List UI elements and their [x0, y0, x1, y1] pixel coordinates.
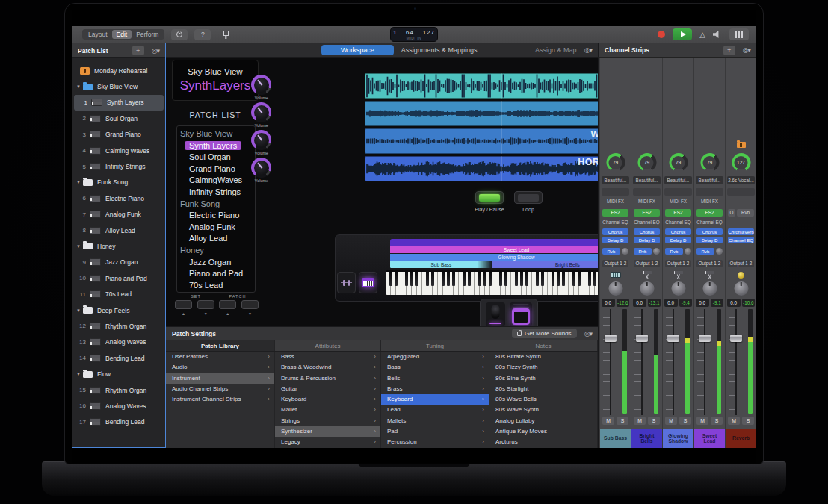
library-item[interactable]: Pad› [381, 426, 489, 437]
add-channel-strip-button[interactable]: + [723, 46, 735, 55]
patch-row[interactable]: 15Rhythm Organ [72, 382, 165, 398]
black-key[interactable] [468, 272, 471, 286]
screen-list-item[interactable]: Synth Layers [177, 140, 255, 152]
patch-down-button[interactable] [241, 300, 259, 309]
patch-row[interactable]: 7Analog Funk [72, 207, 165, 223]
screen-list-item[interactable]: Soul Organ [177, 152, 255, 164]
audio-fx-slot[interactable]: Chorus [696, 228, 723, 235]
send-slot[interactable]: Rvb [696, 248, 714, 255]
screen-list-item[interactable]: Infinity Strings [177, 187, 255, 199]
get-more-sounds-button[interactable]: Get More Sounds [512, 329, 577, 338]
black-key[interactable] [541, 272, 544, 286]
black-key[interactable] [520, 272, 523, 286]
channel-name-plate[interactable]: Bright Bells [631, 429, 662, 448]
instrument-slot[interactable]: ES2 [665, 209, 691, 217]
library-item[interactable]: Bass› [381, 362, 489, 373]
set-down-button[interactable] [197, 300, 214, 309]
send-knob[interactable] [622, 248, 628, 255]
patch-list-gear-menu[interactable]: ◎▾ [152, 47, 159, 55]
screen-list-item[interactable]: Sky Blue View [177, 128, 255, 140]
volume-knob[interactable] [251, 75, 271, 95]
library-item[interactable]: Audio› [166, 362, 274, 373]
set-row[interactable]: ▼Honey [72, 238, 165, 254]
setting-name[interactable]: Beautiful... [633, 176, 661, 184]
strip-level-knob[interactable]: 79 [637, 153, 656, 172]
patch-row[interactable]: 4Calming Waves [72, 143, 165, 158]
mode-edit[interactable]: Edit [112, 30, 132, 39]
black-key[interactable] [578, 272, 581, 286]
mute-button[interactable]: M [665, 417, 677, 425]
set-row[interactable]: ▼Deep Feels [72, 302, 165, 318]
black-key[interactable] [499, 272, 502, 286]
strip-level-knob[interactable]: 79 [700, 153, 719, 172]
output-slot[interactable]: Output 1-2 [665, 260, 691, 267]
library-item[interactable]: Keyboard› [275, 394, 380, 405]
strip-level-knob[interactable]: 127 [732, 153, 750, 172]
play-pause-button[interactable] [475, 191, 504, 204]
pan-knob[interactable] [734, 281, 748, 296]
input-slot[interactable]: ORvb [728, 209, 754, 217]
library-item[interactable]: Guitar› [275, 384, 380, 394]
instrument-slot[interactable]: ES2 [634, 209, 660, 217]
patch-row[interactable]: 1Synth Layers [74, 95, 164, 111]
play-button[interactable] [673, 28, 692, 40]
patch-row[interactable]: 12Rhythm Organ [72, 318, 165, 334]
library-item[interactable]: Audio Channel Strips› [166, 384, 274, 394]
patch-row[interactable]: 14Bending Lead [72, 350, 165, 366]
black-key[interactable] [452, 272, 455, 286]
patch-row[interactable]: 1170s Lead [72, 286, 165, 302]
fader-handle[interactable] [605, 335, 617, 342]
patch-settings-gear-menu[interactable]: ◎▾ [584, 330, 592, 337]
library-item[interactable]: Arpeggiated› [381, 352, 489, 362]
volume-knob[interactable] [251, 130, 271, 150]
library-item[interactable]: 80s Sine Synth [489, 373, 597, 384]
output-slot[interactable]: Output 1-2 [696, 260, 723, 267]
library-item[interactable]: 80s Starlight [489, 384, 597, 394]
setting-name[interactable]: 2.6s Vocal... [727, 176, 755, 184]
screen-list-item[interactable]: Grand Piano [177, 164, 255, 175]
help-button[interactable]: ? [194, 29, 211, 40]
volume-knob[interactable] [251, 158, 271, 178]
black-key[interactable] [525, 272, 528, 286]
setting-name[interactable]: Beautiful... [696, 176, 723, 184]
black-key[interactable] [447, 272, 450, 286]
set-up-button[interactable] [175, 300, 192, 309]
library-item[interactable]: Mallet› [275, 405, 380, 415]
channel-name-plate[interactable]: Sub Bass [600, 429, 631, 448]
black-key[interactable] [442, 272, 445, 286]
send-knob[interactable] [716, 248, 723, 255]
black-key[interactable] [572, 272, 575, 286]
black-key[interactable] [504, 272, 507, 286]
screen-list-item[interactable]: Honey [177, 245, 255, 257]
black-key[interactable] [415, 272, 418, 286]
black-key[interactable] [431, 272, 434, 286]
audio-fx-slot[interactable]: Delay D [696, 237, 723, 243]
record-button[interactable] [658, 31, 665, 38]
output-slot[interactable]: Output 1-2 [602, 260, 628, 267]
library-item[interactable]: Keyboard› [381, 394, 489, 405]
assign-map-button[interactable]: Assign & Map [535, 46, 577, 54]
black-key[interactable] [552, 272, 554, 286]
library-item[interactable]: Legacy› [275, 437, 380, 447]
mute-button[interactable]: M [602, 417, 614, 425]
screen-list-item[interactable]: 70s Lead [177, 280, 255, 292]
audio-fx-slot[interactable]: Chorus [634, 228, 660, 235]
mode-perform[interactable]: Perform [132, 30, 163, 39]
patch-row[interactable]: 13Analog Waves [72, 335, 165, 350]
library-item[interactable]: Mallets› [381, 416, 489, 426]
channel-name-plate[interactable]: Reverb [726, 429, 756, 448]
tab-tuning[interactable]: Tuning [381, 340, 489, 351]
screen-list-item[interactable]: Jazz Organ [177, 257, 255, 269]
audio-fx-slot[interactable]: Delay D [602, 237, 628, 243]
library-item[interactable]: Bells› [381, 373, 489, 384]
library-item[interactable]: 80s Wave Synth [489, 405, 597, 415]
tab-notes[interactable]: Notes [489, 340, 598, 351]
library-item[interactable]: 80s Fizzy Synth [489, 362, 597, 373]
tab-attributes[interactable]: Attributes [275, 340, 381, 351]
send-knob[interactable] [653, 248, 660, 255]
audio-fx-slot[interactable]: Delay D [665, 237, 691, 243]
volume-knob[interactable] [251, 102, 271, 122]
solo-button[interactable]: S [711, 417, 723, 425]
mixer-toggle-button[interactable] [729, 28, 749, 40]
mute-button[interactable]: M [728, 417, 740, 425]
